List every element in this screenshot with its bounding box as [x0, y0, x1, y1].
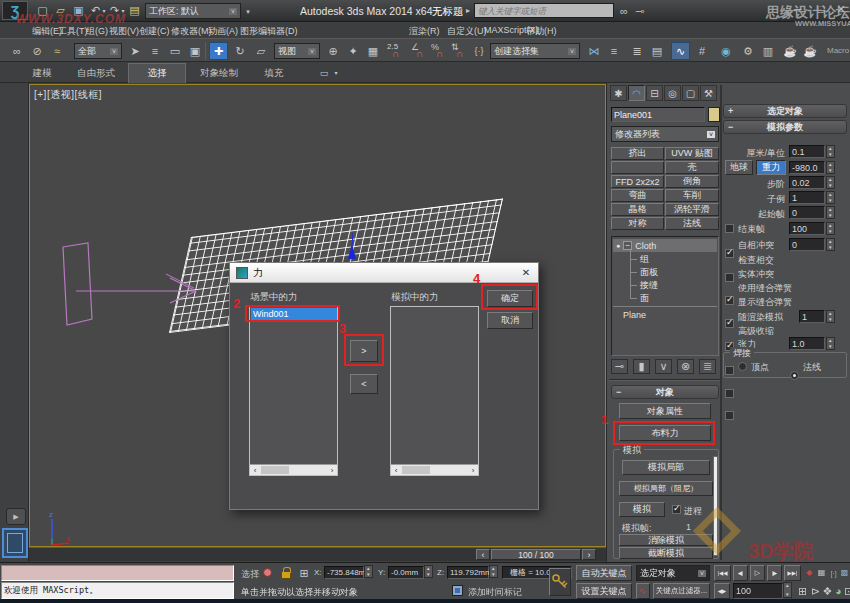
- snap-toggle-icon[interactable]: 2.5∩: [386, 42, 408, 60]
- add-force-button[interactable]: >: [350, 340, 378, 362]
- menu-group[interactable]: 组(G): [86, 25, 108, 38]
- current-frame-field[interactable]: 100: [733, 583, 783, 599]
- stack-item-cloth[interactable]: ● − Cloth: [613, 239, 717, 252]
- rectangular-selection-icon[interactable]: ▭: [166, 42, 184, 60]
- key-mode-toggle-button[interactable]: ◀▶: [714, 583, 730, 599]
- step-spinner[interactable]: [826, 176, 835, 189]
- show-end-result-icon[interactable]: ▮: [633, 359, 650, 374]
- object-properties-button[interactable]: 对象属性: [619, 403, 711, 419]
- menu-tools[interactable]: 工具(T): [58, 25, 88, 38]
- dialog-close-icon[interactable]: ✕: [517, 265, 535, 281]
- sim-on-render-spinner[interactable]: [826, 310, 835, 323]
- render-iterative-icon[interactable]: ☕: [801, 42, 819, 60]
- panel-scrollbar[interactable]: [713, 456, 718, 556]
- maximize-viewport-icon[interactable]: ⊡: [843, 583, 850, 599]
- erase-simulation-button[interactable]: 消除模拟: [619, 534, 713, 546]
- align-icon[interactable]: ≡: [605, 42, 623, 60]
- self-collision-checkbox[interactable]: [725, 249, 734, 258]
- select-and-link-icon[interactable]: ∞: [8, 42, 26, 60]
- earth-button[interactable]: 地球: [725, 160, 753, 175]
- weld-vertex-radio[interactable]: [738, 362, 747, 371]
- select-and-rotate-icon[interactable]: ↻: [231, 42, 249, 60]
- tab-display[interactable]: ▢: [682, 85, 699, 101]
- max-logo-icon[interactable]: Ʒ: [2, 1, 28, 20]
- simulate-local-damped-button[interactable]: 模拟局部（阻尼）: [619, 481, 713, 496]
- undo-caret-icon[interactable]: ▾: [100, 6, 108, 16]
- object-color-swatch[interactable]: [708, 107, 720, 122]
- scroll-thumb[interactable]: [402, 466, 430, 474]
- key-filters-curve-icon[interactable]: ∿: [636, 583, 650, 599]
- dialog-title-bar[interactable]: 力 ✕: [230, 263, 538, 283]
- isolate-selection-icon[interactable]: [263, 568, 272, 577]
- move-gizmo-z-arrow[interactable]: [348, 243, 356, 259]
- subsample-spinner[interactable]: [826, 191, 835, 204]
- go-to-start-button[interactable]: |◀◀: [714, 565, 731, 581]
- progress-checkbox[interactable]: [672, 505, 681, 514]
- sim-on-render-field[interactable]: 1: [799, 310, 825, 323]
- remove-modifier-icon[interactable]: ⊗: [677, 359, 694, 374]
- sim-list-hscrollbar[interactable]: ‹›: [391, 464, 478, 475]
- set-key-button[interactable]: 设置关键点: [576, 583, 632, 599]
- visibility-bulb-icon[interactable]: ●: [616, 242, 620, 249]
- y-coord-spinner[interactable]: [424, 565, 433, 578]
- weld-normal-radio[interactable]: [790, 371, 799, 380]
- cm-per-unit-field[interactable]: 0.1: [789, 145, 825, 158]
- y-coord-field[interactable]: -0.0mm: [388, 566, 424, 579]
- keyboard-override-icon[interactable]: ▦: [364, 42, 382, 60]
- stack-subobject-faces[interactable]: 面: [613, 292, 717, 305]
- time-configuration-icon[interactable]: ⊞: [796, 583, 809, 599]
- ribbon-tab-freeform[interactable]: 自由形式: [68, 64, 124, 82]
- viewport-label[interactable]: [+][透视][线框]: [34, 88, 102, 102]
- ribbon-minimize-icon[interactable]: ▭: [316, 66, 332, 80]
- project-folder-icon[interactable]: ▤: [127, 3, 142, 18]
- reference-coordinate-dropdown[interactable]: 视图˅: [274, 43, 320, 59]
- minimize-button[interactable]: ─: [789, 2, 807, 17]
- open-file-icon[interactable]: ▱: [53, 3, 68, 18]
- mirror-icon[interactable]: ⋈: [585, 42, 603, 60]
- gravity-field[interactable]: -980.0: [789, 161, 825, 174]
- edit-named-sets-icon[interactable]: {·}: [470, 42, 488, 60]
- time-slider-track[interactable]: ‹ 100 / 100 ›: [29, 547, 606, 561]
- list-item-wind001[interactable]: Wind001: [251, 308, 337, 321]
- search-go-icon[interactable]: ▸: [463, 5, 473, 17]
- scroll-right-icon[interactable]: ›: [327, 465, 337, 475]
- close-button[interactable]: ✕: [833, 2, 849, 17]
- modifier-stack[interactable]: ● − Cloth 组 面板 接缝 面 Plane: [611, 236, 719, 356]
- scroll-left-icon[interactable]: ‹: [391, 465, 401, 475]
- select-and-move-icon[interactable]: ✚: [209, 42, 228, 60]
- tension-field[interactable]: 1.0: [789, 337, 825, 350]
- curve-editor-icon[interactable]: ∿: [671, 42, 690, 60]
- scroll-right-icon[interactable]: ›: [468, 465, 478, 475]
- scene-forces-list[interactable]: Wind001 ‹›: [249, 306, 338, 476]
- ok-button[interactable]: 确定: [487, 290, 533, 307]
- scene-list-hscrollbar[interactable]: ‹›: [250, 464, 337, 475]
- unlink-selection-icon[interactable]: ⊘: [28, 42, 46, 60]
- communication-key-icon[interactable]: ⊸: [633, 4, 647, 18]
- bind-to-spacewarp-icon[interactable]: ≈: [48, 42, 66, 60]
- menu-help[interactable]: 帮助(H): [526, 25, 557, 38]
- simulate-local-button[interactable]: 模拟局部: [622, 460, 710, 475]
- workspace-dropdown[interactable]: 工作区: 默认˅: [145, 3, 241, 19]
- new-keys-tangent-icon[interactable]: ◆: [804, 565, 815, 581]
- ribbon-tab-selection[interactable]: 选择: [128, 63, 186, 83]
- rollout-object[interactable]: −对象: [611, 385, 719, 399]
- ribbon-tab-modeling[interactable]: 建模: [18, 64, 66, 82]
- configure-modifier-sets-icon[interactable]: ≣: [699, 359, 716, 374]
- select-object-icon[interactable]: ➤: [126, 42, 144, 60]
- named-selection-sets-dropdown[interactable]: 创建选择集˅: [490, 43, 580, 59]
- ribbon-minimize-caret-icon[interactable]: ▾: [332, 68, 340, 78]
- modifier-button-ffd[interactable]: FFD 2x2x2: [611, 175, 664, 188]
- angle-snap-icon[interactable]: ∠∩: [410, 42, 428, 60]
- self-collision-spinner[interactable]: [826, 238, 835, 251]
- maximize-button[interactable]: □: [812, 2, 830, 17]
- set-keys-button[interactable]: [549, 568, 571, 596]
- rollout-sim-params[interactable]: −模拟参数: [723, 120, 847, 134]
- layout-flyout-button[interactable]: ▶: [6, 508, 26, 525]
- end-frame-field[interactable]: 100: [789, 222, 825, 235]
- search-icon[interactable]: ∞: [617, 4, 631, 18]
- collapse-icon[interactable]: −: [623, 241, 632, 250]
- percent-snap-icon[interactable]: %∩: [430, 42, 448, 60]
- modifier-button-symmetry[interactable]: 对称: [611, 217, 664, 230]
- gravity-spinner[interactable]: [826, 161, 835, 174]
- select-and-manipulate-icon[interactable]: ✦: [344, 42, 362, 60]
